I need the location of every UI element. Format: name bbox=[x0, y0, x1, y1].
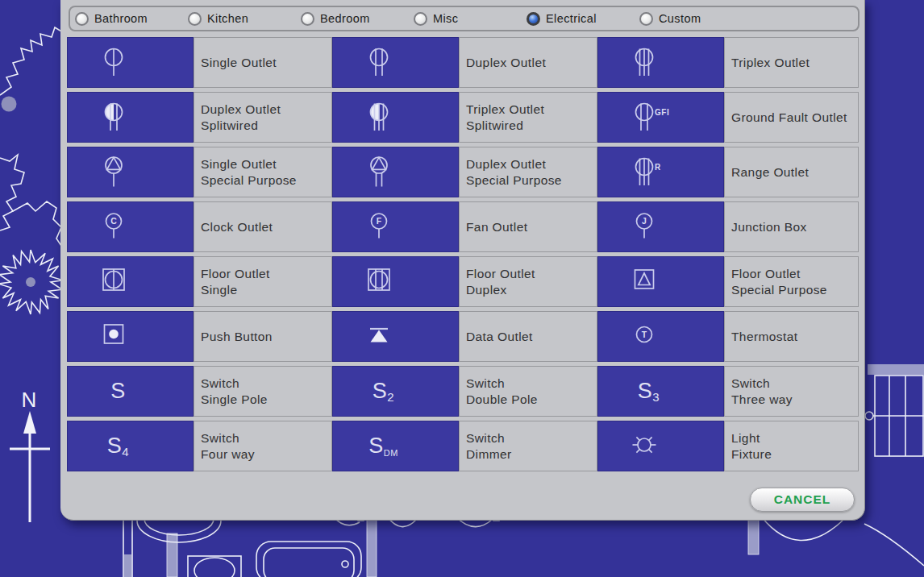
duplex-outlet-special-button[interactable] bbox=[332, 147, 459, 197]
switch-double-pole-icon: S2 bbox=[373, 379, 394, 404]
cancel-button[interactable]: CANCEL bbox=[750, 488, 855, 512]
symbol-label: Switch Single Pole bbox=[194, 366, 332, 417]
category-radio-bar: BathroomKitchenBedroomMiscElectricalCust… bbox=[69, 6, 859, 31]
switch-dimmer-icon: SDM bbox=[368, 434, 398, 459]
svg-text:GFI: GFI bbox=[655, 108, 669, 117]
switch-four-way-button[interactable]: S4 bbox=[67, 421, 194, 471]
duplex-outlet-splitwired-button[interactable] bbox=[67, 92, 194, 143]
triplex-outlet-splitwired-button[interactable] bbox=[332, 92, 459, 143]
duplex-outlet-splitwired-icon bbox=[88, 100, 149, 135]
symbol-label: Data Outlet bbox=[459, 311, 597, 362]
terrain-contour bbox=[0, 23, 68, 95]
radio-unselected-icon[interactable] bbox=[639, 12, 653, 26]
tab-label: Bedroom bbox=[320, 12, 370, 25]
symbol-label: Light Fixture bbox=[724, 421, 859, 471]
tab-label: Bathroom bbox=[94, 12, 148, 25]
light-fixture-button[interactable] bbox=[597, 421, 724, 471]
terrain-contour bbox=[13, 201, 63, 248]
radio-unselected-icon[interactable] bbox=[414, 12, 427, 26]
switch-single-pole-button[interactable]: S bbox=[67, 366, 194, 417]
north-arrow: N bbox=[10, 388, 50, 522]
junction-box-button[interactable]: J bbox=[597, 201, 724, 252]
symbol-label: Thermostat bbox=[724, 311, 859, 362]
switch-dimmer-button[interactable]: SDM bbox=[332, 421, 459, 471]
north-label: N bbox=[22, 388, 37, 412]
tab-bedroom[interactable]: Bedroom bbox=[301, 12, 414, 26]
switch-three-way-button[interactable]: S3 bbox=[597, 366, 724, 417]
symbol-grid: Single OutletDuplex OutletTriplex Outlet… bbox=[67, 37, 861, 471]
tab-label: Misc bbox=[433, 12, 458, 25]
symbol-label: Switch Double Pole bbox=[459, 366, 597, 417]
single-outlet-special-icon bbox=[88, 155, 149, 190]
thermostat-button[interactable]: T bbox=[597, 311, 724, 362]
symbol-label: Range Outlet bbox=[724, 147, 859, 197]
switch-double-pole-button[interactable]: S2 bbox=[332, 366, 459, 417]
bathtub-plan bbox=[256, 542, 361, 577]
tab-bathroom[interactable]: Bathroom bbox=[75, 12, 188, 26]
symbol-label: Clock Outlet bbox=[194, 201, 332, 252]
ground-fault-outlet-button[interactable]: GFI bbox=[597, 92, 724, 143]
door-swing-arc bbox=[762, 517, 843, 541]
terrain-contour bbox=[0, 155, 24, 230]
clock-outlet-button[interactable]: C bbox=[67, 201, 194, 252]
thermostat-icon: T bbox=[618, 319, 680, 355]
floor-outlet-single-icon bbox=[88, 264, 149, 300]
bathtub-drain bbox=[342, 561, 348, 567]
symbol-label: Single Outlet Special Purpose bbox=[194, 147, 332, 197]
svg-text:J: J bbox=[642, 216, 647, 226]
tab-misc[interactable]: Misc bbox=[414, 12, 527, 26]
data-outlet-button[interactable] bbox=[332, 311, 459, 362]
push-button-icon bbox=[88, 319, 149, 355]
switch-three-way-icon: S3 bbox=[638, 379, 660, 404]
symbol-label: Triplex Outlet bbox=[724, 37, 859, 88]
radio-unselected-icon[interactable] bbox=[301, 12, 314, 26]
fan-outlet-button[interactable]: F bbox=[332, 201, 459, 252]
symbol-label: Duplex Outlet bbox=[459, 37, 597, 88]
svg-text:F: F bbox=[376, 216, 381, 226]
single-outlet-icon bbox=[88, 45, 149, 81]
north-arrowhead bbox=[23, 411, 36, 434]
svg-text:C: C bbox=[110, 216, 117, 226]
symbol-label: Floor Outlet Single bbox=[194, 256, 332, 307]
symbol-label: Junction Box bbox=[724, 201, 859, 252]
floor-outlet-special-button[interactable] bbox=[597, 256, 724, 307]
symbol-label: Floor Outlet Special Purpose bbox=[724, 256, 859, 307]
single-outlet-special-button[interactable] bbox=[67, 147, 194, 197]
duplex-outlet-icon bbox=[353, 45, 414, 81]
single-outlet-button[interactable] bbox=[67, 37, 194, 88]
radio-unselected-icon[interactable] bbox=[188, 12, 202, 26]
range-outlet-button[interactable]: R bbox=[597, 147, 724, 197]
symbol-label: Switch Dimmer bbox=[459, 421, 597, 471]
triplex-outlet-button[interactable] bbox=[597, 37, 724, 88]
symbol-picker-dialog: BathroomKitchenBedroomMiscElectricalCust… bbox=[60, 0, 865, 521]
plan-dot bbox=[2, 97, 17, 112]
floor-outlet-duplex-button[interactable] bbox=[332, 256, 459, 307]
floor-outlet-special-icon bbox=[618, 264, 680, 300]
radio-selected-icon[interactable] bbox=[527, 12, 540, 26]
ground-fault-outlet-icon: GFI bbox=[618, 100, 680, 135]
svg-text:T: T bbox=[641, 329, 647, 338]
junction-box-icon: J bbox=[618, 210, 680, 245]
symbol-label: Fan Outlet bbox=[459, 201, 597, 252]
push-button-button[interactable] bbox=[67, 311, 194, 362]
tab-electrical[interactable]: Electrical bbox=[527, 12, 639, 26]
tab-label: Electrical bbox=[546, 12, 597, 25]
symbol-label: Ground Fault Outlet bbox=[724, 92, 859, 143]
symbol-label: Switch Three way bbox=[724, 366, 859, 417]
symbol-label: Duplex Outlet Special Purpose bbox=[459, 147, 597, 197]
bathtub-inner bbox=[264, 548, 354, 577]
duplex-outlet-button[interactable] bbox=[332, 37, 459, 88]
clock-outlet-icon: C bbox=[88, 210, 149, 245]
switch-four-way-icon: S4 bbox=[107, 434, 129, 459]
radio-unselected-icon[interactable] bbox=[75, 12, 89, 26]
floor-outlet-single-button[interactable] bbox=[67, 256, 194, 307]
switch-single-pole-icon: S bbox=[110, 379, 126, 404]
duplex-outlet-special-icon bbox=[353, 155, 414, 190]
symbol-label: Triplex Outlet Splitwired bbox=[459, 92, 597, 143]
triplex-outlet-splitwired-icon bbox=[353, 100, 414, 135]
tab-custom[interactable]: Custom bbox=[639, 12, 752, 26]
tab-kitchen[interactable]: Kitchen bbox=[188, 12, 301, 26]
symbol-label: Floor Outlet Duplex bbox=[459, 256, 597, 307]
blueprint-canvas: N bbox=[0, 0, 924, 577]
data-outlet-icon bbox=[353, 319, 414, 355]
